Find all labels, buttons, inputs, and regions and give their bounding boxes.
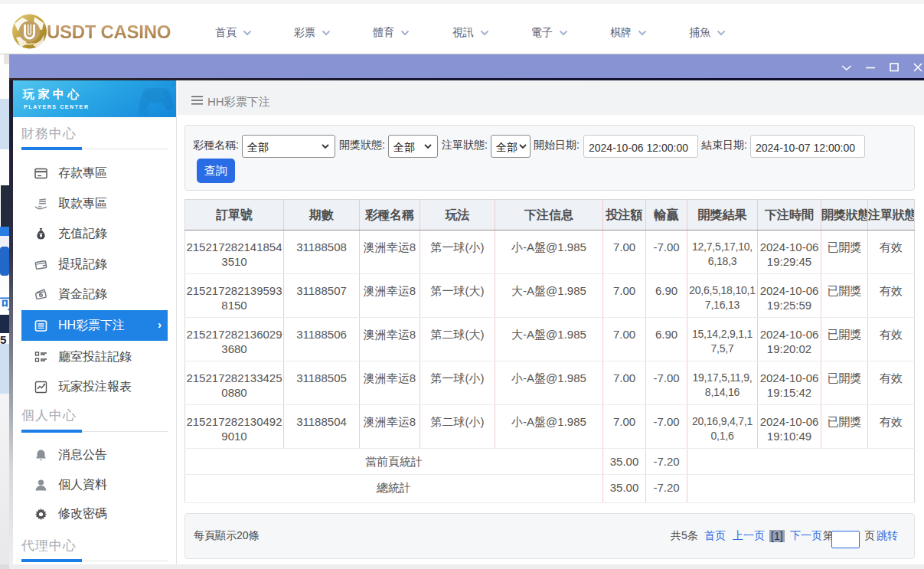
svg-text:Casino: Casino xyxy=(22,41,37,46)
